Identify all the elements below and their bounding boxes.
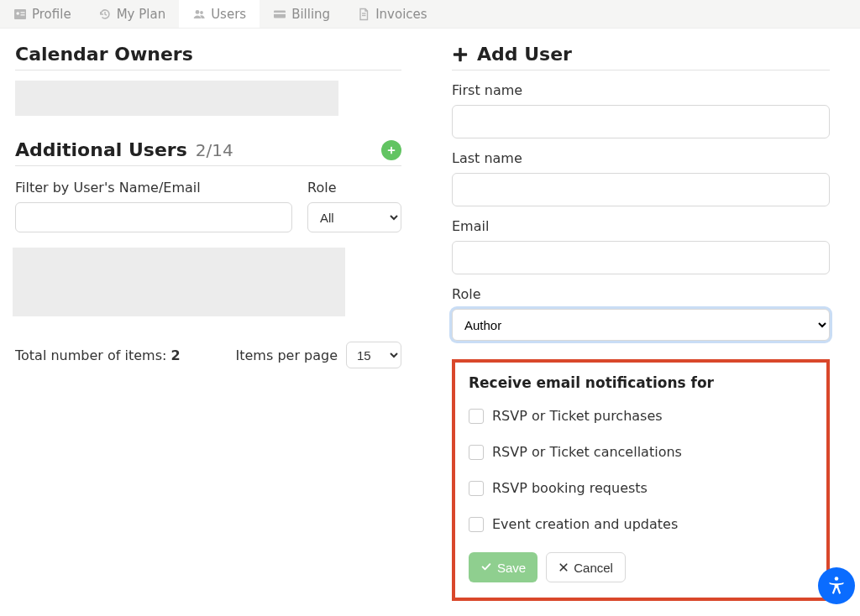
checkbox-rsvp-cancellations[interactable] [469, 445, 484, 460]
additional-users-count: 2/14 [196, 140, 233, 160]
svg-rect-2 [21, 12, 25, 13]
save-label: Save [497, 561, 526, 575]
role-filter-label: Role [307, 180, 401, 196]
per-page-select[interactable]: 15 [346, 342, 401, 368]
filter-input[interactable] [15, 202, 292, 232]
divider [452, 70, 830, 70]
save-button[interactable]: Save [469, 552, 538, 582]
add-user-title: Add User [477, 44, 572, 65]
svg-rect-7 [274, 13, 286, 14]
history-icon [98, 8, 112, 21]
filter-label: Filter by User's Name/Email [15, 180, 292, 196]
divider [15, 70, 401, 70]
totals-prefix: Total number of items: [15, 347, 170, 363]
tab-label: Billing [291, 7, 330, 22]
svg-rect-3 [21, 14, 25, 15]
invoice-icon [357, 8, 370, 21]
svg-rect-6 [274, 10, 286, 18]
tab-profile[interactable]: Profile [0, 0, 85, 28]
tab-my-plan[interactable]: My Plan [85, 0, 180, 28]
additional-users-title: Additional Users [15, 139, 187, 160]
checkbox-event-updates[interactable] [469, 517, 484, 532]
first-name-input[interactable] [452, 105, 830, 138]
svg-rect-0 [14, 9, 26, 19]
close-icon [558, 561, 569, 575]
plus-icon [452, 46, 469, 63]
tab-label: My Plan [117, 7, 166, 22]
tab-label: Profile [32, 7, 71, 22]
user-list-placeholder [13, 248, 345, 316]
notifications-title: Receive email notifications for [469, 374, 813, 391]
tab-billing[interactable]: Billing [260, 0, 343, 28]
check-icon [480, 561, 492, 575]
last-name-label: Last name [452, 150, 830, 166]
checkbox-label: RSVP or Ticket cancellations [492, 444, 682, 460]
email-input[interactable] [452, 241, 830, 274]
role-label: Role [452, 286, 830, 302]
profile-icon [13, 8, 27, 21]
owner-placeholder [15, 81, 338, 116]
svg-point-16 [835, 577, 839, 581]
notifications-highlight: Receive email notifications for RSVP or … [452, 359, 830, 601]
tab-label: Invoices [375, 7, 427, 22]
svg-rect-13 [454, 53, 467, 56]
users-icon [192, 8, 206, 21]
first-name-label: First name [452, 82, 830, 98]
svg-rect-11 [388, 149, 396, 151]
tabs-bar: Profile My Plan Users Billing Invoices [0, 0, 860, 29]
last-name-input[interactable] [452, 173, 830, 206]
svg-point-1 [16, 12, 19, 15]
accessibility-icon [826, 575, 847, 597]
checkbox-label: RSVP booking requests [492, 480, 648, 496]
checkbox-booking-requests[interactable] [469, 481, 484, 496]
calendar-owners-title: Calendar Owners [15, 44, 401, 65]
role-filter-select[interactable]: All [307, 202, 401, 232]
totals-value: 2 [170, 347, 180, 363]
tab-users[interactable]: Users [179, 0, 260, 28]
email-label: Email [452, 218, 830, 234]
tab-label: Users [211, 7, 246, 22]
svg-point-4 [196, 10, 200, 14]
cancel-button[interactable]: Cancel [546, 552, 626, 582]
svg-point-5 [200, 11, 203, 14]
cancel-label: Cancel [574, 561, 613, 575]
checkbox-label: RSVP or Ticket purchases [492, 408, 663, 424]
per-page-label: Items per page [236, 347, 338, 363]
divider [15, 165, 401, 166]
card-icon [273, 8, 286, 21]
checkbox-label: Event creation and updates [492, 516, 678, 532]
accessibility-button[interactable] [818, 567, 855, 604]
role-select[interactable]: Author [452, 309, 830, 341]
tab-invoices[interactable]: Invoices [343, 0, 440, 28]
add-additional-user-button[interactable] [381, 140, 401, 160]
checkbox-rsvp-purchases[interactable] [469, 409, 484, 424]
